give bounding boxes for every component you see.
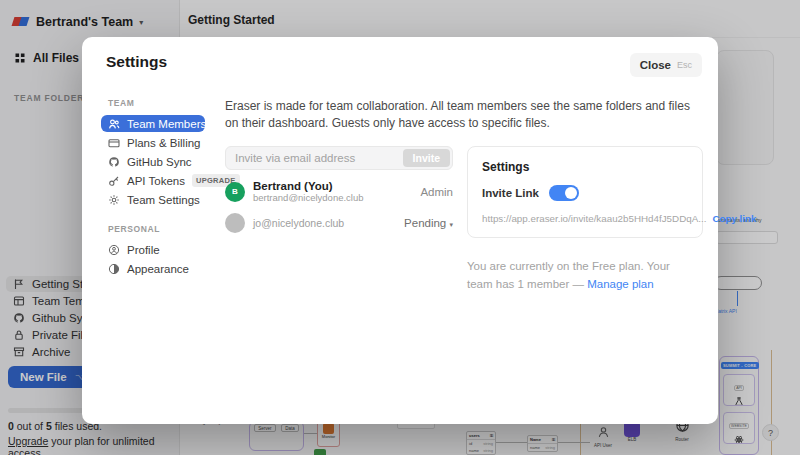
nav-section-team: TEAM	[108, 98, 205, 108]
manage-plan-link[interactable]: Manage plan	[587, 278, 654, 290]
card-title: Settings	[482, 160, 688, 174]
nav-item-team-settings[interactable]: Team Settings	[101, 191, 205, 208]
team-members-panel: Eraser is made for team collaboration. A…	[225, 98, 703, 294]
modal-header: Settings Close Esc	[82, 37, 718, 77]
nav-item-label: API Tokens	[127, 175, 185, 187]
avatar	[225, 213, 245, 233]
settings-modal: Settings Close Esc TEAM Team Members Pla…	[82, 37, 718, 424]
invite-link-label: Invite Link	[482, 187, 539, 199]
nav-item-label: GitHub Sync	[127, 156, 192, 168]
invite-link-toggle[interactable]	[549, 185, 579, 201]
nav-item-label: Plans & Billing	[127, 137, 201, 149]
copy-link-button[interactable]: Copy link	[712, 213, 756, 224]
member-email: jo@nicelydone.club	[253, 217, 344, 229]
key-icon	[108, 175, 120, 187]
toggle-knob	[565, 187, 577, 199]
modal-body: TEAM Team Members Plans & Billing GitHub…	[82, 77, 718, 294]
settings-nav: TEAM Team Members Plans & Billing GitHub…	[101, 98, 205, 294]
nav-item-plans-billing[interactable]: Plans & Billing	[101, 134, 205, 151]
github-icon	[108, 156, 120, 168]
plan-status-text: You are currently on the Free plan. Your…	[467, 258, 697, 294]
team-description: Eraser is made for team collaboration. A…	[225, 98, 703, 132]
members-column: Invite B Bertrand (You) bertrand@nicelyd…	[225, 146, 453, 294]
nav-section-personal: PERSONAL	[108, 224, 205, 234]
nav-item-appearance[interactable]: Appearance	[101, 260, 205, 277]
close-button[interactable]: Close Esc	[630, 53, 702, 77]
avatar: B	[225, 182, 245, 202]
member-role: Admin	[420, 186, 453, 198]
nav-item-label: Team Members	[127, 118, 206, 130]
nav-item-label: Appearance	[127, 263, 189, 275]
invite-button[interactable]: Invite	[403, 149, 450, 167]
nav-item-api-tokens[interactable]: API Tokens UPGRADE	[101, 172, 205, 189]
member-row: jo@nicelydone.club Pending ▾	[225, 213, 453, 233]
settings-column: Settings Invite Link https://app.eraser.…	[467, 146, 703, 294]
chevron-down-icon: ▾	[449, 221, 453, 228]
esc-hint: Esc	[677, 60, 692, 70]
gear-icon	[108, 194, 120, 206]
member-email: bertrand@nicelydone.club	[253, 192, 364, 203]
app-screen: Bertrand's Team ▾ All Files TEAM FOLDERS…	[0, 0, 800, 455]
invite-settings-card: Settings Invite Link https://app.eraser.…	[467, 146, 703, 238]
modal-title: Settings	[106, 53, 167, 71]
nav-item-team-members[interactable]: Team Members	[101, 115, 205, 132]
member-row: B Bertrand (You) bertrand@nicelydone.clu…	[225, 180, 453, 203]
member-name: Bertrand (You)	[253, 180, 364, 192]
nav-item-profile[interactable]: Profile	[101, 241, 205, 258]
member-role-dropdown[interactable]: Pending ▾	[404, 217, 453, 229]
credit-card-icon	[108, 137, 120, 149]
invite-link-url: https://app.eraser.io/invite/kaau2b5HHd4…	[482, 213, 706, 224]
nav-item-label: Team Settings	[127, 194, 200, 206]
nav-item-label: Profile	[127, 244, 160, 256]
contrast-icon	[108, 263, 120, 275]
people-icon	[108, 118, 120, 130]
nav-item-github-sync[interactable]: GitHub Sync	[101, 153, 205, 170]
profile-icon	[108, 244, 120, 256]
